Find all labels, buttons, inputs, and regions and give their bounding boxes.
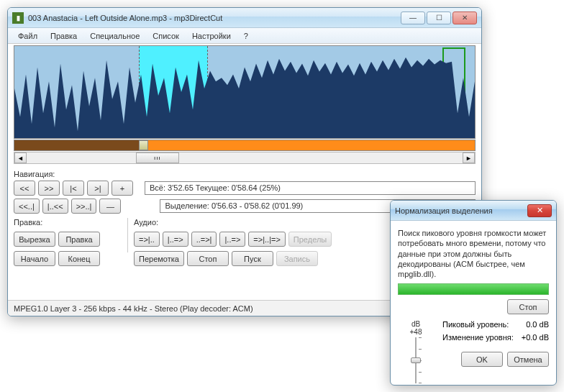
cut-button[interactable]: Вырезка (14, 232, 55, 247)
maximize-button[interactable]: ☐ (427, 12, 451, 24)
dialog-close-button[interactable]: ✕ (527, 204, 552, 217)
dialog-info-text: Поиск пикового уровня громкости может по… (398, 228, 549, 279)
nav-sel-forward-button[interactable]: >>..| (71, 199, 97, 214)
minimize-button[interactable]: — (401, 12, 425, 24)
rewind-button[interactable]: Перемотка (134, 251, 184, 266)
peak-level-value: 0.0 dB (526, 320, 549, 329)
scroll-thumb[interactable]: ııı (136, 152, 180, 163)
record-button: Запись (276, 251, 318, 266)
scale-plus48: +48 (410, 328, 422, 336)
dialog-titlebar[interactable]: Нормализация выделения ✕ (391, 201, 556, 221)
cancel-button[interactable]: Отмена (507, 352, 549, 367)
nav-sel-back-button[interactable]: |..<< (42, 199, 68, 214)
dialog-title: Нормализация выделения (395, 206, 527, 215)
dialog-stop-button[interactable]: Стоп (507, 299, 549, 314)
stop-button[interactable]: Стоп (187, 251, 229, 266)
audio-seek2-button[interactable]: |..=> (163, 232, 188, 247)
end-button[interactable]: Конец (58, 251, 100, 266)
scale-zero: 0 - (398, 385, 406, 386)
play-button[interactable]: Пуск (232, 251, 273, 266)
edit-button[interactable]: Правка (58, 232, 100, 247)
gain-slider[interactable] (409, 337, 422, 383)
timeline-played (14, 140, 139, 150)
navigation-label: Навигация: (14, 170, 476, 178)
change-level-label: Изменение уровня: (442, 333, 514, 342)
app-icon: ▮ (12, 12, 24, 24)
audio-seek5-button[interactable]: =>|..|=> (248, 232, 286, 247)
divider (127, 218, 128, 252)
window-controls: — ☐ ✕ (401, 12, 477, 24)
timeline-handle[interactable] (139, 140, 148, 150)
menu-special[interactable]: Специальное (84, 30, 145, 42)
nav-rewind-fast-button[interactable]: << (14, 181, 35, 196)
nav-start-button[interactable]: |< (63, 181, 84, 196)
normalize-dialog: Нормализация выделения ✕ Поиск пикового … (390, 200, 557, 386)
edit-label: Правка: (14, 218, 122, 227)
progress-fill (399, 284, 548, 294)
close-button[interactable]: ✕ (452, 12, 477, 24)
audio-seek4-button[interactable]: |..=> (219, 232, 245, 247)
scroll-right-button[interactable]: ► (463, 152, 475, 163)
menu-help[interactable]: ? (238, 30, 254, 42)
limits-button: Пределы (288, 232, 332, 247)
nav-plus-button[interactable]: + (112, 181, 133, 196)
menu-list[interactable]: Список (147, 30, 185, 42)
nav-end-button[interactable]: >| (87, 181, 109, 196)
menu-settings[interactable]: Настройки (186, 30, 237, 42)
waveform-display[interactable] (14, 45, 476, 139)
ok-button[interactable]: OK (461, 352, 503, 367)
menu-file[interactable]: Файл (12, 30, 43, 42)
menubar: Файл Правка Специальное Список Настройки… (8, 28, 481, 44)
status-text: MPEG1.0 Layer 3 - 256 kbps - 44 kHz - St… (14, 304, 253, 313)
timeline-remaining (148, 140, 475, 150)
timeline-bar[interactable] (14, 140, 476, 151)
audio-seek1-button[interactable]: =>|.. (134, 232, 160, 247)
nav-sel-rewind-button[interactable]: <<..| (14, 199, 40, 214)
progress-bar (398, 283, 549, 295)
begin-button[interactable]: Начало (14, 251, 55, 266)
slider-thumb[interactable] (411, 357, 421, 363)
db-label: dB (411, 320, 420, 328)
dialog-body: Поиск пикового уровня громкости может по… (391, 221, 556, 386)
audio-seek3-button[interactable]: ..=>| (191, 232, 217, 247)
nav-forward-fast-button[interactable]: >> (38, 181, 60, 196)
nav-minus-button[interactable]: — (99, 199, 121, 214)
horizontal-scrollbar[interactable]: ◄ ııı ► (14, 152, 476, 164)
gain-slider-area: dB +48 0 - - 24 (398, 320, 434, 386)
scroll-track[interactable]: ııı (27, 152, 463, 163)
menu-edit[interactable]: Правка (45, 30, 83, 42)
titlebar[interactable]: ▮ 003 Anastacia - Left Outside Alone.mp3… (8, 8, 481, 28)
total-time-field: Всё: 3'52.65 Текущее: 0'58.64 (25%) (145, 181, 476, 195)
scroll-left-button[interactable]: ◄ (14, 152, 27, 163)
change-level-value: +0.0 dB (522, 333, 549, 342)
waveform-peaks (14, 46, 475, 138)
peak-level-label: Пиковый уровень: (442, 320, 509, 329)
window-title: 003 Anastacia - Left Outside Alone.mp3 -… (28, 14, 401, 22)
